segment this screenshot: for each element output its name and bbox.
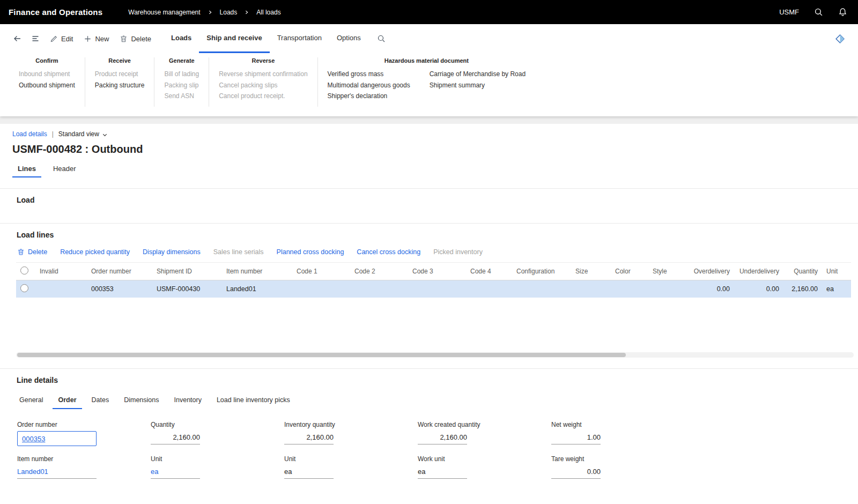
breadcrumb-item-warehouse-management[interactable]: Warehouse management <box>128 9 200 16</box>
field-label: Net weight <box>551 421 631 428</box>
tab-dimensions[interactable]: Dimensions <box>119 394 164 409</box>
field-label: Work unit <box>418 455 497 463</box>
tab-load-line-inventory-picks[interactable]: Load line inventory picks <box>211 394 295 409</box>
tab-options[interactable]: Options <box>329 24 368 53</box>
col-shipment-id: Shipment ID <box>152 263 222 280</box>
action-pane: Edit New Delete Loads Ship and receive T… <box>0 24 858 116</box>
reduce-picked-quantity-button[interactable]: Reduce picked quantity <box>60 248 130 256</box>
send-asn-button: Send ASN <box>164 91 194 102</box>
multimodal-dangerous-goods-button[interactable]: Multimodal dangerous goods <box>328 80 410 91</box>
load-fasttab: Load <box>0 188 858 212</box>
field-label: Quantity <box>151 421 230 428</box>
inventory-quantity-field[interactable]: 2,160.00 <box>284 431 334 444</box>
item-number-field[interactable]: Landed01 <box>17 465 97 479</box>
outbound-shipment-button[interactable]: Outbound shipment <box>19 80 75 91</box>
col-code-4: Code 4 <box>466 263 512 280</box>
chevron-down-icon <box>102 131 108 138</box>
bell-icon[interactable] <box>838 8 847 17</box>
product-receipt-button: Product receipt <box>95 69 138 80</box>
shippers-declaration-button[interactable]: Shipper's declaration <box>328 91 388 102</box>
order-number-input[interactable] <box>17 431 97 446</box>
ribbon-group-receive: Receive Product receipt Packing structur… <box>85 57 155 107</box>
grid-delete-button[interactable]: Delete <box>17 248 47 256</box>
cell-code-1 <box>292 280 350 298</box>
line-details-form: Order number Quantity 2,160.00 Inventory… <box>17 421 858 479</box>
chevron-right-icon <box>208 10 213 15</box>
line-details-tabs: General Order Dates Dimensions Inventory… <box>14 394 858 409</box>
cell-code-2 <box>350 280 408 298</box>
nav-pane-toggle-icon[interactable] <box>27 31 44 46</box>
breadcrumb-item-all-loads[interactable]: All loads <box>256 9 280 16</box>
tab-dates[interactable]: Dates <box>86 394 115 409</box>
delete-button[interactable]: Delete <box>115 32 156 46</box>
load-lines-fasttab-header[interactable]: Load lines <box>0 224 858 239</box>
packing-structure-button[interactable]: Packing structure <box>95 80 145 91</box>
ribbon-group-title: Receive <box>95 57 145 64</box>
row-select-radio[interactable] <box>20 284 28 292</box>
reverse-shipment-confirmation-button: Reverse shipment confirmation <box>219 69 307 80</box>
grid-empty-area <box>0 298 858 352</box>
carriage-of-merchandise-by-road-button[interactable]: Carriage of Merchandise by Road <box>430 69 526 80</box>
tab-header[interactable]: Header <box>48 164 82 177</box>
col-code-1: Code 1 <box>292 263 350 280</box>
breadcrumb: Warehouse management Loads All loads <box>128 9 280 16</box>
table-row[interactable]: 000353 USMF-000430 Landed01 0.00 0.00 2,… <box>16 280 851 298</box>
breadcrumb-item-loads[interactable]: Loads <box>220 9 238 16</box>
work-unit-field[interactable]: ea <box>418 465 467 479</box>
line-details-fasttab-header[interactable]: Line details <box>0 369 858 384</box>
ribbon-group-title: Hazardous material document <box>328 57 526 64</box>
display-dimensions-button[interactable]: Display dimensions <box>143 248 201 256</box>
unit-field[interactable]: ea <box>151 465 200 479</box>
scrollbar-thumb[interactable] <box>17 353 626 357</box>
cell-style <box>648 280 687 298</box>
net-weight-field[interactable]: 1.00 <box>551 431 601 444</box>
field-work-created-quantity: Work created quantity 2,160.00 <box>418 421 497 446</box>
page-title: USMF-000482 : Outbound <box>12 143 858 155</box>
col-code-2: Code 2 <box>350 263 408 280</box>
inventory-unit-field[interactable]: ea <box>284 465 334 479</box>
edit-button[interactable]: Edit <box>45 32 78 46</box>
dynamics-diamond-icon[interactable] <box>831 31 849 47</box>
company-picker[interactable]: USMF <box>779 8 799 16</box>
cancel-cross-docking-button[interactable]: Cancel cross docking <box>357 248 420 256</box>
field-item-number: Item number Landed01 <box>17 455 97 479</box>
col-color: Color <box>611 263 648 280</box>
grid-header-row: Invalid Order number Shipment ID Item nu… <box>16 263 851 280</box>
page-content: Load details | Standard view USMF-000482… <box>0 124 858 479</box>
cell-order-number[interactable]: 000353 <box>87 280 152 298</box>
tab-ship-and-receive[interactable]: Ship and receive <box>199 24 269 53</box>
search-icon[interactable] <box>814 8 823 17</box>
tab-inventory[interactable]: Inventory <box>169 394 207 409</box>
action-pane-search-icon[interactable] <box>373 31 390 46</box>
cell-shipment-id[interactable]: USMF-000430 <box>152 280 222 298</box>
new-button[interactable]: New <box>79 32 114 46</box>
horizontal-scrollbar[interactable] <box>16 352 854 358</box>
tab-transportation[interactable]: Transportation <box>270 24 329 53</box>
tab-general[interactable]: General <box>14 394 48 409</box>
load-lines-fasttab: Load lines Delete Reduce picked quantity… <box>0 223 858 358</box>
view-selector-dropdown[interactable]: Standard view <box>58 130 108 138</box>
col-style: Style <box>648 263 687 280</box>
planned-cross-docking-button[interactable]: Planned cross docking <box>277 248 344 256</box>
shipment-summary-button[interactable]: Shipment summary <box>430 80 485 91</box>
back-arrow-icon[interactable] <box>9 31 26 46</box>
quantity-field[interactable]: 2,160.00 <box>151 431 200 444</box>
load-lines-grid: Invalid Order number Shipment ID Item nu… <box>16 262 851 298</box>
tab-loads[interactable]: Loads <box>164 24 199 53</box>
select-all-radio[interactable] <box>20 266 28 275</box>
tab-lines[interactable]: Lines <box>12 164 41 177</box>
cell-underdelivery: 0.00 <box>734 280 783 298</box>
load-details-link[interactable]: Load details <box>12 130 47 138</box>
ribbon-group-generate: Generate Bill of lading Packing slip Sen… <box>154 57 209 107</box>
field-unit-1: Unit ea <box>151 455 230 479</box>
verified-gross-mass-button[interactable]: Verified gross mass <box>328 69 384 80</box>
ribbon-group-reverse: Reverse Reverse shipment confirmation Ca… <box>209 57 317 107</box>
cancel-product-receipt-button: Cancel product receipt. <box>219 91 285 102</box>
work-created-quantity-field[interactable]: 2,160.00 <box>418 431 467 444</box>
tare-weight-field[interactable]: 0.00 <box>551 465 601 479</box>
cell-configuration <box>512 280 571 298</box>
tab-order[interactable]: Order <box>53 394 82 409</box>
load-fasttab-header[interactable]: Load <box>0 189 858 204</box>
field-inventory-quantity: Inventory quantity 2,160.00 <box>284 421 364 446</box>
inbound-shipment-button: Inbound shipment <box>19 69 70 80</box>
